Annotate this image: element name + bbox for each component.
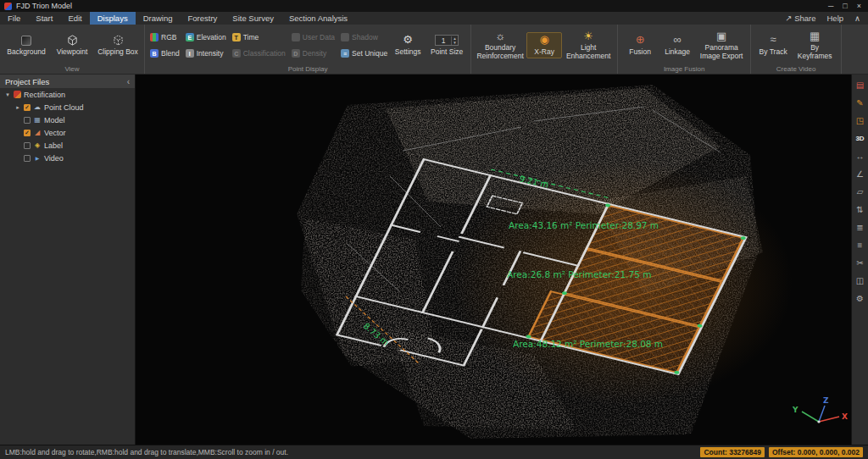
light-enhancement-button[interactable]: ☀ Light Enhancement <box>564 29 613 61</box>
user-data-icon <box>292 33 300 41</box>
point-size-control[interactable]: 1 ▴ ▾ Point Size <box>427 35 466 56</box>
spin-down-icon[interactable]: ▾ <box>452 41 458 45</box>
mouse-hint-text: LMB:hold and drag to rotate,RMB:hold and… <box>5 448 288 456</box>
model-checkbox[interactable] <box>24 117 31 124</box>
panel-list-icon[interactable]: ▤ <box>854 79 867 91</box>
ribbon-collapse-icon[interactable]: ∧ <box>854 14 860 23</box>
viewport-3d[interactable]: 9.21 m Area:43.16 m² Perimeter:28.97 m A… <box>136 75 851 445</box>
menu-displays[interactable]: Displays <box>90 12 136 25</box>
fusion-button[interactable]: ⊕ Fusion <box>622 33 658 58</box>
tree-item-label[interactable]: ◈ Label <box>0 139 135 152</box>
by-keyframes-button[interactable]: ▦ By Keyframes <box>793 29 837 61</box>
rgb-button[interactable]: RGB <box>149 30 181 45</box>
ribbon-toolbar: Background Viewpoint Clipping Box View R… <box>0 25 868 75</box>
tree-item-label: Vector <box>44 129 66 137</box>
measure-distance-icon[interactable]: ↔ <box>854 150 867 163</box>
tree-item-label: Point Cloud <box>44 103 84 112</box>
video-icon: ▶ <box>33 155 42 161</box>
measure-area-icon[interactable]: ▱ <box>854 185 867 198</box>
video-checkbox[interactable] <box>24 155 31 162</box>
by-keyframes-icon: ▦ <box>810 30 820 42</box>
settings-icon[interactable]: ⚙ <box>854 292 867 305</box>
panorama-image-icon: ▣ <box>716 30 726 42</box>
compare-icon[interactable]: ◫ <box>854 274 867 287</box>
app-logo-icon <box>4 3 12 10</box>
share-button[interactable]: ↗ Share <box>785 14 815 23</box>
menu-drawing[interactable]: Drawing <box>136 12 181 25</box>
annotation-list-icon[interactable]: ≣ <box>854 221 867 234</box>
share-icon: ↗ <box>785 14 792 23</box>
tree-item-model[interactable]: ▦ Model <box>0 113 135 126</box>
clip-icon[interactable]: ✂ <box>854 257 867 269</box>
view-group: Background Viewpoint Clipping Box View <box>0 25 145 74</box>
right-tool-rail: ▤ ✎ ◳ 3D ↔ ∠ ▱ ⇅ ≣ ≡ ✂ ◫ ⚙ <box>851 75 868 445</box>
menu-section-analysis[interactable]: Section Analysis <box>281 12 355 25</box>
menu-site-survey[interactable]: Site Survey <box>225 12 281 25</box>
point-size-value[interactable]: 1 <box>436 36 451 45</box>
3d-view-icon[interactable]: 3D <box>854 132 867 145</box>
area-label-2: Area:26.8 m² Perimeter:21.75 m <box>507 269 651 279</box>
shadow-icon <box>341 33 349 41</box>
point-cloud-canvas[interactable]: 9.21 m Area:43.16 m² Perimeter:28.97 m A… <box>136 75 851 445</box>
elevation-icon: E <box>186 33 194 41</box>
elevation-button[interactable]: EElevation <box>185 30 227 45</box>
by-track-button[interactable]: ≈ By Track <box>755 33 791 58</box>
area-label-3: Area:48.12 m² Perimeter:28.08 m <box>513 339 663 349</box>
panorama-image-export-button[interactable]: ▣ Panorama Image Export <box>697 29 746 61</box>
time-button[interactable]: TTime <box>231 30 287 45</box>
vector-checkbox[interactable]: ✓ <box>24 130 31 136</box>
blend-icon: B <box>150 49 159 58</box>
tree-item-video[interactable]: ▶ Video <box>0 152 135 164</box>
axis-y-label: Y <box>792 406 798 414</box>
point-size-spinner[interactable]: ▴ ▾ <box>451 36 458 45</box>
tree-item-rectification[interactable]: ▾ Rectification <box>0 88 135 101</box>
collapsed-arrow-icon[interactable]: ▸ <box>14 104 21 111</box>
set-unique-button[interactable]: ≡Set Unique <box>340 46 388 61</box>
tree-item-vector[interactable]: ✓ ◢ Vector <box>0 126 135 139</box>
window-title: FJD Trion Model <box>16 2 72 10</box>
point-cloud-checkbox[interactable]: ✓ <box>24 104 31 111</box>
background-icon <box>21 36 31 46</box>
time-icon: T <box>232 33 241 41</box>
clipping-box-button[interactable]: Clipping Box <box>96 33 140 58</box>
label-checkbox[interactable] <box>24 142 31 149</box>
panel-collapse-icon[interactable]: ‹ <box>127 77 130 86</box>
menu-start[interactable]: Start <box>28 12 60 25</box>
viewpoint-button[interactable]: Viewpoint <box>50 33 94 58</box>
background-button[interactable]: Background <box>4 33 48 58</box>
tree-item-label: Video <box>44 154 64 163</box>
boundary-reinforcement-icon: ☼ <box>495 30 505 42</box>
menu-forestry[interactable]: Forestry <box>181 12 225 25</box>
rectification-icon <box>14 91 21 98</box>
point-display-group: RGB BBlend EElevation IIntensity TTime C… <box>145 25 471 74</box>
image-fusion-group-label: Image Fusion <box>622 64 746 74</box>
linkage-button[interactable]: ∞ Linkage <box>659 33 695 58</box>
annotate-icon[interactable]: ✎ <box>854 97 867 109</box>
maximize-button[interactable]: □ <box>843 2 847 10</box>
point-size-label: Point Size <box>431 47 463 56</box>
help-button[interactable]: Help <box>826 14 843 23</box>
layers-icon[interactable]: ≡ <box>854 239 867 252</box>
settings-button[interactable]: ⚙ Settings <box>390 33 426 58</box>
expand-arrow-icon[interactable]: ▾ <box>4 91 11 98</box>
measure-height-icon[interactable]: ⇅ <box>854 203 867 216</box>
boundary-reinforcement-button[interactable]: ☼ Boundary Reinforcement <box>476 29 525 61</box>
view-group-label: View <box>4 64 140 74</box>
blend-button[interactable]: BBlend <box>149 46 181 61</box>
rgb-icon <box>150 33 159 41</box>
x-ray-button[interactable]: ◉ X-Ray <box>526 32 562 58</box>
intensity-button[interactable]: IIntensity <box>185 46 227 61</box>
tree-item-point-cloud[interactable]: ▸ ✓ ☁ Point Cloud <box>0 101 135 113</box>
close-button[interactable]: × <box>857 2 861 10</box>
minimize-button[interactable]: ─ <box>828 2 833 10</box>
shadow-button: Shadow <box>340 30 388 45</box>
linkage-icon: ∞ <box>673 34 681 47</box>
menu-file[interactable]: File <box>0 12 28 25</box>
intensity-icon: I <box>186 49 194 58</box>
gear-icon: ⚙ <box>403 34 413 47</box>
set-unique-icon: ≡ <box>341 49 349 58</box>
measure-angle-icon[interactable]: ∠ <box>854 168 867 180</box>
menu-edit[interactable]: Edit <box>60 12 89 25</box>
export-icon[interactable]: ◳ <box>854 114 867 127</box>
panel-title: Project Files <box>5 77 49 86</box>
